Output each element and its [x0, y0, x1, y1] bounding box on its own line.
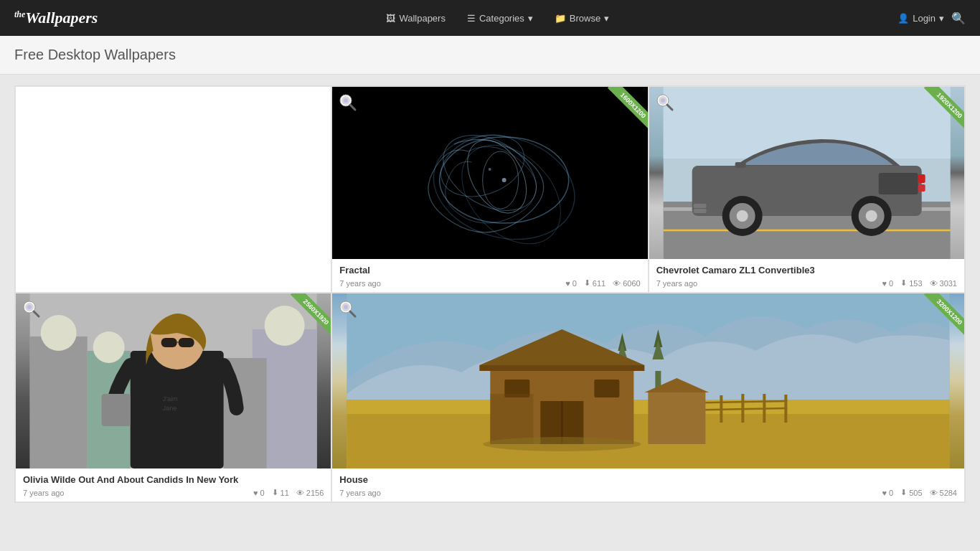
- svg-rect-21: [918, 174, 925, 183]
- svg-text:Jane: Jane: [163, 405, 177, 412]
- house-title: House: [339, 474, 957, 485]
- svg-point-35: [661, 98, 665, 103]
- olivia-thumb[interactable]: J'aim Jane: [16, 293, 331, 468]
- download-icon-2: ⬇: [900, 278, 907, 288]
- chevrolet-views: 👁 3031: [930, 279, 957, 288]
- nav-wallpapers-label: Wallpapers: [399, 13, 446, 24]
- fractal-downloads: ⬇ 611: [584, 278, 606, 288]
- brand-main: Wallpapers: [25, 9, 98, 27]
- navbar: theWallpapers 🖼 Wallpapers ☰ Categories …: [0, 0, 980, 36]
- fractal-stats: ♥ 0 ⬇ 611 👁 6060: [565, 278, 641, 288]
- svg-point-8: [502, 178, 507, 182]
- fractal-info: Fractal 7 years ago ♥ 0 ⬇ 611 👁: [332, 259, 647, 292]
- fractal-likes: ♥ 0: [565, 279, 577, 288]
- heart-icon-2: ♥: [882, 279, 887, 288]
- house-stats: ♥ 0 ⬇ 505 👁 5284: [882, 488, 958, 497]
- house-likes: ♥ 0: [882, 489, 894, 497]
- olivia-title: Olivia Wilde Out And About Candids In Ne…: [23, 474, 324, 485]
- svg-line-34: [667, 105, 672, 110]
- svg-rect-51: [102, 394, 131, 426]
- heart-icon-3: ♥: [253, 489, 258, 497]
- house-search-icon[interactable]: [338, 299, 358, 319]
- chevrolet-search-icon[interactable]: [655, 93, 675, 113]
- site-logo[interactable]: theWallpapers: [14, 9, 98, 27]
- chevrolet-thumb[interactable]: 1920X1200: [649, 87, 964, 259]
- house-views: 👁 5284: [930, 489, 957, 497]
- olivia-info: Olivia Wilde Out And About Candids In Ne…: [16, 468, 331, 501]
- browse-caret-icon: ▾: [604, 13, 609, 24]
- chevrolet-stats: ♥ 0 ⬇ 153 👁 3031: [882, 278, 958, 288]
- eye-icon-2: 👁: [930, 279, 938, 288]
- nav-categories[interactable]: ☰ Categories ▾: [458, 9, 542, 28]
- nav-browse[interactable]: 📁 Browse ▾: [546, 9, 618, 28]
- svg-rect-0: [347, 87, 633, 259]
- list-icon: ☰: [467, 13, 476, 24]
- svg-point-25: [736, 210, 748, 222]
- svg-rect-30: [693, 204, 706, 208]
- house-downloads: ⬇ 505: [900, 488, 922, 497]
- search-button[interactable]: 🔍: [951, 11, 966, 25]
- heart-icon-4: ♥: [882, 489, 887, 497]
- nav-browse-label: Browse: [570, 13, 600, 24]
- olivia-downloads: ⬇ 11: [272, 488, 289, 497]
- svg-rect-75: [491, 394, 534, 444]
- svg-rect-74: [649, 392, 706, 444]
- fractal-meta: 7 years ago ♥ 0 ⬇ 611 👁 6060: [339, 278, 640, 288]
- fractal-views: 👁 6060: [613, 279, 640, 288]
- svg-line-12: [350, 105, 355, 110]
- house-meta: 7 years ago ♥ 0 ⬇ 505 👁 5284: [339, 488, 957, 497]
- download-icon: ⬇: [584, 278, 590, 288]
- wallpaper-house: 3200X1200 House 7 years ago ♥ 0 ⬇ 505: [331, 293, 965, 502]
- download-icon-4: ⬇: [900, 488, 907, 497]
- fractal-search-icon[interactable]: [338, 93, 358, 113]
- categories-caret-icon: ▾: [528, 13, 533, 24]
- svg-point-55: [27, 305, 32, 309]
- fractal-time: 7 years ago: [339, 279, 380, 288]
- svg-point-9: [489, 168, 491, 171]
- svg-rect-46: [161, 338, 177, 347]
- svg-point-38: [41, 315, 77, 351]
- chevrolet-likes: ♥ 0: [882, 279, 894, 288]
- olivia-search-icon[interactable]: [22, 299, 42, 319]
- svg-point-80: [344, 305, 348, 309]
- olivia-meta: 7 years ago ♥ 0 ⬇ 11 👁 2156: [23, 488, 324, 497]
- page-title-bar: Free Desktop Wallpapers: [0, 36, 980, 75]
- olivia-time: 7 years ago: [23, 489, 64, 497]
- wallpaper-grid: 1600X1200 Fractal 7 years ago ♥ 0 ⬇ 611: [14, 85, 966, 503]
- fractal-thumb[interactable]: 1600X1200: [332, 87, 647, 259]
- eye-icon: 👁: [613, 279, 621, 288]
- svg-rect-22: [918, 184, 925, 192]
- olivia-likes: ♥ 0: [253, 489, 265, 497]
- chevrolet-time: 7 years ago: [656, 279, 697, 288]
- nav-links: 🖼 Wallpapers ☰ Categories ▾ 📁 Browse ▾: [377, 9, 618, 28]
- fractal-title: Fractal: [339, 265, 640, 276]
- download-icon-3: ⬇: [272, 488, 278, 497]
- svg-line-54: [34, 311, 39, 316]
- eye-icon-4: 👁: [930, 489, 938, 497]
- wallpaper-olivia: J'aim Jane: [15, 293, 331, 502]
- svg-text:J'aim: J'aim: [163, 395, 178, 402]
- content-area: 1600X1200 Fractal 7 years ago ♥ 0 ⬇ 611: [0, 75, 980, 514]
- nav-categories-label: Categories: [479, 13, 524, 24]
- image-icon: 🖼: [386, 13, 395, 24]
- svg-point-13: [344, 98, 348, 103]
- empty-cell: [15, 86, 331, 293]
- house-info: House 7 years ago ♥ 0 ⬇ 505 👁: [332, 468, 964, 501]
- svg-rect-73: [595, 380, 620, 397]
- svg-rect-37: [30, 336, 88, 468]
- wallpaper-chevrolet: 1920X1200 Chevrolet Camaro ZL1 Convertib…: [649, 86, 965, 293]
- page-title: Free Desktop Wallpapers: [14, 47, 176, 62]
- heart-icon: ♥: [565, 279, 570, 288]
- svg-point-28: [865, 210, 877, 222]
- nav-wallpapers[interactable]: 🖼 Wallpapers: [377, 9, 454, 28]
- svg-rect-31: [735, 162, 745, 168]
- user-icon: 👤: [897, 13, 909, 24]
- svg-rect-29: [693, 209, 706, 213]
- svg-rect-47: [179, 338, 194, 347]
- login-button[interactable]: 👤 Login ▾: [897, 13, 944, 24]
- eye-icon-3: 👁: [296, 489, 304, 497]
- chevrolet-downloads: ⬇ 153: [900, 278, 922, 288]
- chevrolet-meta: 7 years ago ♥ 0 ⬇ 153 👁 3031: [656, 278, 957, 288]
- house-thumb[interactable]: 3200X1200: [332, 293, 964, 468]
- chevrolet-title: Chevrolet Camaro ZL1 Convertible3: [656, 265, 957, 276]
